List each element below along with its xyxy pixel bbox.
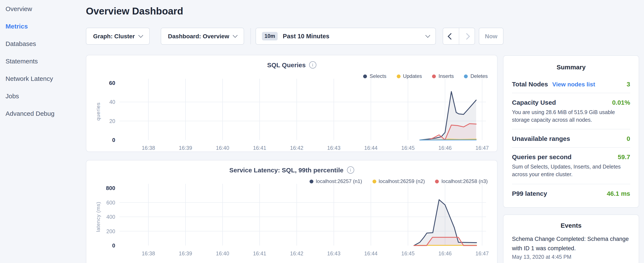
summary-value: 0	[626, 135, 630, 142]
svg-text:16:47: 16:47	[476, 250, 489, 256]
svg-text:16:40: 16:40	[216, 250, 230, 256]
event-message[interactable]: Schema Change Completed: Schema change w…	[512, 234, 630, 253]
event-timestamp: May 13, 2020 at 4:45 PM	[512, 254, 630, 260]
view-nodes-link[interactable]: View nodes list	[552, 81, 595, 88]
summary-label: P99 latency	[512, 190, 547, 197]
legend-dot	[435, 179, 439, 183]
svg-text:600: 600	[106, 200, 115, 205]
svg-text:0: 0	[112, 242, 115, 249]
legend-item-inserts[interactable]: Inserts	[432, 73, 454, 79]
summary-label: Unavailable ranges	[512, 135, 570, 142]
svg-text:0: 0	[112, 137, 115, 143]
summary-value: 0.01%	[612, 99, 630, 106]
events-panel: Events Schema Change Completed: Schema c…	[503, 214, 639, 263]
summary-value: 3	[626, 80, 630, 88]
chevron-down-icon	[233, 33, 238, 38]
svg-text:400: 400	[106, 214, 115, 220]
info-icon[interactable]	[309, 61, 316, 69]
sidebar-item-overview[interactable]: Overview	[0, 0, 85, 18]
now-button[interactable]: Now	[479, 28, 504, 45]
sidebar-nav: OverviewMetricsDatabasesStatementsNetwor…	[0, 0, 85, 122]
svg-text:16:41: 16:41	[253, 250, 266, 256]
legend-item-localhost-26258-n3-[interactable]: localhost:26258 (n3)	[435, 178, 488, 184]
legend-item-updates[interactable]: Updates	[396, 73, 422, 79]
summary-description: You are using 28.6 MiB of 515.9 GiB usab…	[512, 109, 630, 124]
chart-title: Service Latency: SQL, 99th percentile	[230, 166, 344, 174]
info-icon[interactable]	[347, 166, 354, 174]
svg-text:800: 800	[106, 185, 115, 191]
legend-label: Updates	[403, 73, 422, 79]
graph-dropdown[interactable]: Graph: Cluster	[86, 28, 150, 45]
svg-text:16:44: 16:44	[364, 250, 378, 256]
svg-text:16:45: 16:45	[402, 250, 415, 256]
svg-text:latency (ms): latency (ms)	[95, 202, 101, 232]
legend-label: Selects	[370, 73, 386, 79]
chart-title-row: Service Latency: SQL, 99th percentile	[86, 166, 497, 174]
svg-text:200: 200	[106, 228, 115, 234]
legend-item-deletes[interactable]: Deletes	[464, 73, 488, 79]
legend-label: Inserts	[438, 73, 454, 79]
sidebar-item-advanced-debug[interactable]: Advanced Debug	[0, 105, 85, 122]
sidebar-item-network-latency[interactable]: Network Latency	[0, 70, 85, 87]
legend-dot	[396, 74, 400, 78]
legend-label: localhost:26257 (n1)	[316, 178, 362, 184]
chart-legend: localhost:26257 (n1)localhost:26259 (n2)…	[310, 178, 488, 184]
graph-dropdown-label: Graph: Cluster	[93, 33, 135, 40]
legend-dot	[310, 179, 314, 183]
legend-dot	[464, 74, 468, 78]
legend-label: Deletes	[470, 73, 488, 79]
svg-text:20: 20	[109, 118, 115, 124]
page-title: Overview Dashboard	[86, 6, 183, 17]
summary-description: Sum of Selects, Updates, Inserts, and De…	[512, 163, 630, 179]
sidebar-item-statements[interactable]: Statements	[0, 52, 85, 70]
summary-value: 46.1 ms	[607, 190, 630, 197]
svg-text:16:38: 16:38	[142, 145, 155, 151]
next-time-button[interactable]	[459, 28, 474, 44]
legend-dot	[432, 74, 436, 78]
time-step-group	[443, 28, 475, 45]
svg-text:16:39: 16:39	[179, 145, 192, 151]
chart-plot[interactable]: 16:3816:3916:4016:4116:4216:4316:4416:45…	[86, 55, 498, 152]
svg-text:16:46: 16:46	[438, 145, 452, 151]
sidebar-item-metrics[interactable]: Metrics	[0, 18, 85, 35]
series-line-deletes	[420, 140, 476, 140]
events-title: Events	[512, 222, 630, 229]
svg-text:16:43: 16:43	[327, 145, 340, 151]
svg-text:16:42: 16:42	[290, 250, 304, 256]
sql-queries-chart-card: SQL QueriesSelectsUpdatesInsertsDeletes1…	[86, 55, 498, 152]
svg-text:16:41: 16:41	[253, 145, 266, 151]
chart-plot[interactable]: 16:3816:3916:4016:4116:4216:4316:4416:45…	[86, 160, 498, 263]
svg-text:16:44: 16:44	[364, 145, 378, 151]
summary-row-queries-per-second: Queries per second 59.7 Sum of Selects, …	[512, 148, 630, 184]
legend-item-localhost-26259-n2-[interactable]: localhost:26259 (n2)	[372, 178, 425, 184]
legend-item-selects[interactable]: Selects	[363, 73, 386, 79]
summary-label: Total Nodes	[512, 80, 548, 88]
prev-time-button[interactable]	[443, 28, 459, 44]
svg-text:16:47: 16:47	[476, 145, 489, 151]
dashboard-dropdown[interactable]: Dashboard: Overview	[161, 28, 244, 45]
legend-item-localhost-26257-n1-[interactable]: localhost:26257 (n1)	[310, 178, 362, 184]
chart-title-row: SQL Queries	[86, 61, 497, 69]
svg-text:16:38: 16:38	[142, 250, 155, 256]
svg-text:60: 60	[109, 80, 115, 86]
svg-text:16:39: 16:39	[179, 250, 192, 256]
time-range-select[interactable]: 10m Past 10 Minutes	[256, 28, 436, 45]
summary-row-unavailable-ranges: Unavailable ranges 0	[512, 130, 630, 148]
summary-title: Summary	[512, 63, 630, 71]
legend-dot	[372, 179, 376, 183]
summary-label: Capacity Used	[512, 99, 556, 106]
chart-legend: SelectsUpdatesInsertsDeletes	[363, 73, 488, 79]
svg-text:16:43: 16:43	[327, 250, 340, 256]
dashboard-dropdown-label: Dashboard: Overview	[168, 33, 229, 40]
legend-label: localhost:26259 (n2)	[379, 178, 425, 184]
sidebar-item-jobs[interactable]: Jobs	[0, 87, 85, 105]
chevron-right-icon	[464, 33, 470, 39]
legend-dot	[363, 74, 367, 78]
summary-panel: Summary Total Nodes View nodes list 3 Ca…	[503, 55, 639, 208]
time-range-badge: 10m	[262, 32, 278, 41]
summary-row-capacity-used: Capacity Used 0.01% You are using 28.6 M…	[512, 93, 630, 130]
time-range-label: Past 10 Minutes	[283, 33, 329, 40]
sidebar-item-databases[interactable]: Databases	[0, 35, 85, 52]
svg-text:16:42: 16:42	[290, 145, 304, 151]
svg-text:16:45: 16:45	[402, 145, 415, 151]
